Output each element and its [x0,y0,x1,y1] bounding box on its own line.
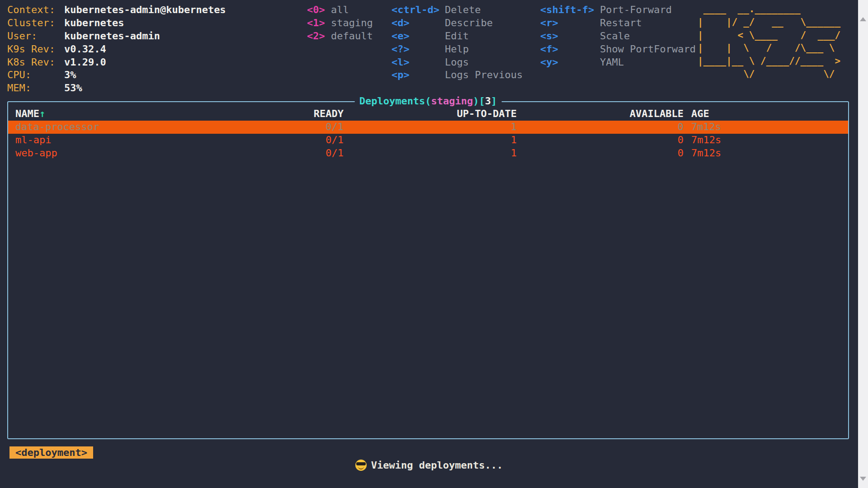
scroll-down-icon[interactable] [860,477,866,481]
hotkey-label: Restart [600,17,642,30]
status-text: Viewing deployments... [371,460,503,471]
deployment-name: web-app [15,147,57,160]
hotkey-label: Show PortForward [600,43,696,56]
hotkey-show-portforward: <f> Show PortForward [540,43,696,56]
hotkey-delete: <ctrl-d> Delete [392,4,523,17]
deployments-table: NAME↑ READY UP-TO-DATE AVAILABLE AGE dat… [8,102,848,438]
mem-value: 53% [64,82,82,95]
table-row-data-processor[interactable]: data-processor 0/1 1 0 7m12s [8,121,848,134]
hotkey-port-forward: <shift-f> Port-Forward [540,4,696,17]
scrollbar[interactable] [858,0,868,488]
deployment-ready: 0/1 [234,147,344,160]
action-hotkeys-column-1: <ctrl-d> Delete <d> Describe <e> Edit <?… [392,4,523,82]
hotkey-key: <ctrl-d> [392,4,445,17]
user-value: kubernetes-admin [64,30,160,43]
k9s-logo: ____ __.________ | |/ _/ __ \______ | < … [698,3,840,81]
hotkey-logs: <l> Logs [392,56,523,69]
k8s-rev-value: v1.29.0 [64,56,106,69]
deployment-age: 7m12s [691,134,721,147]
column-header-up-to-date[interactable]: UP-TO-DATE [406,108,517,121]
hotkey-key: <0> [307,4,331,17]
mem-label: MEM: [7,82,64,95]
hotkey-key: <1> [307,17,331,30]
cpu-value: 3% [64,69,76,82]
table-header-row: NAME↑ READY UP-TO-DATE AVAILABLE AGE [8,108,848,121]
action-hotkeys-column-2: <shift-f> Port-Forward <r> Restart <s> S… [540,4,696,69]
sunglasses-emoji-icon [355,460,367,471]
hotkey-key: <y> [540,56,600,69]
cluster-value: kubernetes [64,17,124,30]
deployment-available: 0 [578,134,684,147]
namespace-hotkeys: <0> all <1> staging <2> default [307,4,373,43]
column-header-ready[interactable]: READY [234,108,344,121]
k8s-rev-label: K8s Rev: [7,56,64,69]
scroll-up-icon[interactable] [860,17,866,21]
hotkey-label: all [331,4,349,17]
table-row-web-app[interactable]: web-app 0/1 1 0 7m12s [8,147,848,160]
hotkey-label: Port-Forward [600,4,672,17]
hotkey-key: <s> [540,30,600,43]
deployment-available: 0 [578,121,684,134]
status-line: Viewing deployments... [0,459,858,472]
hotkey-label: Edit [445,30,469,43]
hotkey-logs-previous: <p> Logs Previous [392,69,523,82]
k8s-rev-row: K8s Rev: v1.29.0 [7,56,226,69]
hotkey-key: <r> [540,17,600,30]
hotkey-label: Logs [445,56,469,69]
hotkey-namespace-staging: <1> staging [307,17,373,30]
hotkey-label: YAML [600,56,624,69]
mem-row: MEM: 53% [7,82,226,95]
hotkey-label: Scale [600,30,630,43]
breadcrumb-deployment[interactable]: <deployment> [9,446,93,459]
deployment-ready: 0/1 [234,121,344,134]
hotkey-label: default [331,30,373,43]
deployment-up-to-date: 1 [406,134,517,147]
k9s-rev-row: K9s Rev: v0.32.4 [7,43,226,56]
deployment-up-to-date: 1 [406,121,517,134]
column-header-available[interactable]: AVAILABLE [578,108,684,121]
deployment-available: 0 [578,147,684,160]
hotkey-namespace-default: <2> default [307,30,373,43]
hotkey-key: <e> [392,30,445,43]
sort-ascending-icon: ↑ [39,108,45,119]
user-row: User: kubernetes-admin [7,30,226,43]
context-row: Context: kubernetes-admin@kubernetes [7,4,226,17]
hotkey-namespace-all: <0> all [307,4,373,17]
hotkey-edit: <e> Edit [392,30,523,43]
deployment-name: data-processor [15,121,99,134]
cluster-row: Cluster: kubernetes [7,17,226,30]
deployment-ready: 0/1 [234,134,344,147]
hotkey-label: Help [445,43,469,56]
hotkey-yaml: <y> YAML [540,56,696,69]
context-value: kubernetes-admin@kubernetes [64,4,226,17]
cpu-row: CPU: 3% [7,69,226,82]
cluster-info-panel: Context: kubernetes-admin@kubernetes Clu… [7,4,226,95]
hotkey-label: Describe [445,17,493,30]
k9s-rev-label: K9s Rev: [7,43,64,56]
hotkey-scale: <s> Scale [540,30,696,43]
hotkey-restart: <r> Restart [540,17,696,30]
deployment-name: ml-api [15,134,51,147]
hotkey-describe: <d> Describe [392,17,523,30]
k9s-rev-value: v0.32.4 [64,43,106,56]
context-label: Context: [7,4,64,17]
hotkey-key: <shift-f> [540,4,600,17]
hotkey-label: staging [331,17,373,30]
hotkey-key: <d> [392,17,445,30]
deployments-panel: Deployments(staging)[3] NAME↑ READY UP-T… [7,101,849,439]
cluster-label: Cluster: [7,17,64,30]
hotkey-key: <l> [392,56,445,69]
hotkey-key: <p> [392,69,445,82]
column-header-age[interactable]: AGE [691,108,709,121]
column-header-name[interactable]: NAME↑ [15,108,45,121]
deployment-up-to-date: 1 [406,147,517,160]
hotkey-key: <?> [392,43,445,56]
hotkey-help: <?> Help [392,43,523,56]
hotkey-key: <f> [540,43,600,56]
user-label: User: [7,30,64,43]
deployment-age: 7m12s [691,147,721,160]
table-row-ml-api[interactable]: ml-api 0/1 1 0 7m12s [8,134,848,147]
cpu-label: CPU: [7,69,64,82]
hotkey-label: Delete [445,4,481,17]
hotkey-label: Logs Previous [445,69,523,82]
